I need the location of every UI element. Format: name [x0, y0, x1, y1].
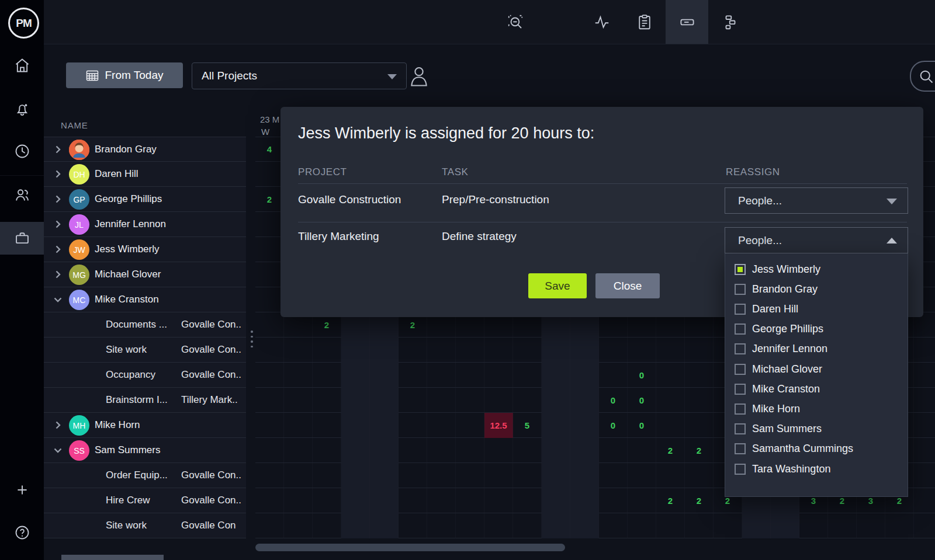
workload-cell[interactable]	[341, 363, 370, 388]
chevron-right-icon[interactable]	[53, 169, 63, 179]
workload-cell[interactable]	[628, 463, 656, 488]
people-dropdown-item[interactable]: Sam Summers	[725, 419, 908, 439]
workload-cell[interactable]	[370, 413, 399, 438]
workload-cell[interactable]	[399, 513, 427, 538]
workload-cell[interactable]	[914, 388, 935, 413]
workload-cell[interactable]	[628, 513, 656, 538]
workload-cell[interactable]	[370, 388, 399, 413]
workload-cell[interactable]	[255, 413, 284, 438]
workload-cell[interactable]: 2	[656, 488, 685, 513]
task-row[interactable]: Hire CrewGovalle Con..	[44, 488, 246, 513]
workload-cell[interactable]	[427, 513, 456, 538]
workload-cell[interactable]	[370, 438, 399, 463]
workload-cell[interactable]	[599, 463, 628, 488]
workload-cell[interactable]	[399, 488, 427, 513]
workload-cell[interactable]	[456, 488, 484, 513]
workload-cell[interactable]	[542, 463, 570, 488]
sidebar-item-recent[interactable]	[0, 135, 44, 168]
workload-cell[interactable]	[799, 513, 828, 538]
workload-cell[interactable]	[857, 513, 885, 538]
workload-cell[interactable]	[370, 338, 399, 363]
chevron-right-icon[interactable]	[53, 194, 63, 204]
resource-row[interactable]: JWJess Wimberly	[44, 237, 246, 262]
workload-cell[interactable]	[427, 488, 456, 513]
workload-cell[interactable]	[255, 338, 284, 363]
workload-cell[interactable]	[284, 413, 313, 438]
workload-cell[interactable]	[255, 162, 284, 187]
people-dropdown-item[interactable]: George Phillips	[725, 319, 908, 339]
resource-row[interactable]: SSSam Summers	[44, 438, 246, 463]
workload-cell[interactable]	[255, 438, 284, 463]
workload-cell[interactable]	[370, 363, 399, 388]
checkbox-unchecked[interactable]	[735, 364, 746, 375]
people-dropdown-item[interactable]: Tara Washington	[725, 459, 908, 479]
workload-cell[interactable]	[570, 413, 599, 438]
workload-cell[interactable]	[570, 513, 599, 538]
workload-cell[interactable]	[914, 463, 935, 488]
workload-cell[interactable]	[313, 338, 341, 363]
workload-cell[interactable]	[484, 363, 513, 388]
checkbox-unchecked[interactable]	[735, 443, 746, 454]
workload-cell[interactable]	[341, 513, 370, 538]
search-button[interactable]	[910, 61, 935, 92]
workload-cell[interactable]	[255, 312, 284, 338]
workload-cell[interactable]	[570, 438, 599, 463]
workload-cell[interactable]	[399, 438, 427, 463]
workload-cell[interactable]	[456, 413, 484, 438]
workload-cell[interactable]	[427, 438, 456, 463]
workload-cell[interactable]	[714, 513, 742, 538]
workload-cell[interactable]	[313, 363, 341, 388]
workload-cell[interactable]	[685, 463, 714, 488]
workload-cell[interactable]	[255, 212, 284, 237]
workload-cell[interactable]	[341, 413, 370, 438]
workload-cell[interactable]	[828, 513, 857, 538]
task-row[interactable]: Brainstorm I...Tillery Mark..	[44, 388, 246, 413]
workload-cell[interactable]: 0	[599, 413, 628, 438]
workload-cell[interactable]: 4	[255, 137, 284, 162]
workload-cell[interactable]	[484, 438, 513, 463]
workload-cell[interactable]	[513, 463, 542, 488]
workload-cell[interactable]	[513, 513, 542, 538]
workload-cell[interactable]	[570, 388, 599, 413]
people-dropdown-item[interactable]: Jennifer Lennon	[725, 339, 908, 359]
workload-cell[interactable]	[484, 513, 513, 538]
workload-cell[interactable]	[656, 413, 685, 438]
chevron-right-icon[interactable]	[53, 269, 63, 280]
workload-cell[interactable]	[484, 488, 513, 513]
workload-cell[interactable]	[656, 463, 685, 488]
tool-tab-zoom-search[interactable]	[494, 0, 536, 44]
workload-cell[interactable]	[313, 513, 341, 538]
tool-tab-structure[interactable]	[709, 0, 752, 44]
task-row[interactable]: Site workGovalle Con	[44, 513, 246, 538]
workload-cell[interactable]	[685, 338, 714, 363]
workload-cell[interactable]	[370, 488, 399, 513]
workload-cell[interactable]	[427, 338, 456, 363]
workload-cell[interactable]	[542, 413, 570, 438]
workload-cell[interactable]	[914, 338, 935, 363]
workload-cell[interactable]: 2	[685, 438, 714, 463]
sidebar-item-help[interactable]	[0, 516, 44, 549]
checkbox-unchecked[interactable]	[735, 324, 746, 335]
workload-cell[interactable]	[456, 513, 484, 538]
workload-cell[interactable]	[570, 463, 599, 488]
workload-cell[interactable]	[255, 513, 284, 538]
workload-cell[interactable]	[628, 488, 656, 513]
workload-cell[interactable]	[513, 438, 542, 463]
workload-cell[interactable]	[370, 513, 399, 538]
workload-cell[interactable]	[599, 513, 628, 538]
workload-cell[interactable]	[656, 338, 685, 363]
resource-row[interactable]: Brandon Gray	[44, 137, 246, 162]
workload-cell[interactable]	[255, 262, 284, 287]
workload-cell[interactable]	[456, 363, 484, 388]
resource-row[interactable]: MCMike Cranston	[44, 287, 246, 312]
workload-cell[interactable]	[570, 363, 599, 388]
workload-cell[interactable]	[427, 413, 456, 438]
close-button[interactable]: Close	[595, 273, 660, 298]
workload-cell[interactable]	[427, 363, 456, 388]
task-row[interactable]: OccupancyGovalle Con..	[44, 363, 246, 388]
resource-row[interactable]: JLJennifer Lennon	[44, 212, 246, 237]
workload-cell[interactable]	[284, 388, 313, 413]
people-dropdown-item[interactable]: Mike Horn	[725, 399, 908, 419]
workload-cell[interactable]	[255, 488, 284, 513]
task-row[interactable]: Documents ...Govalle Con..	[44, 312, 246, 338]
